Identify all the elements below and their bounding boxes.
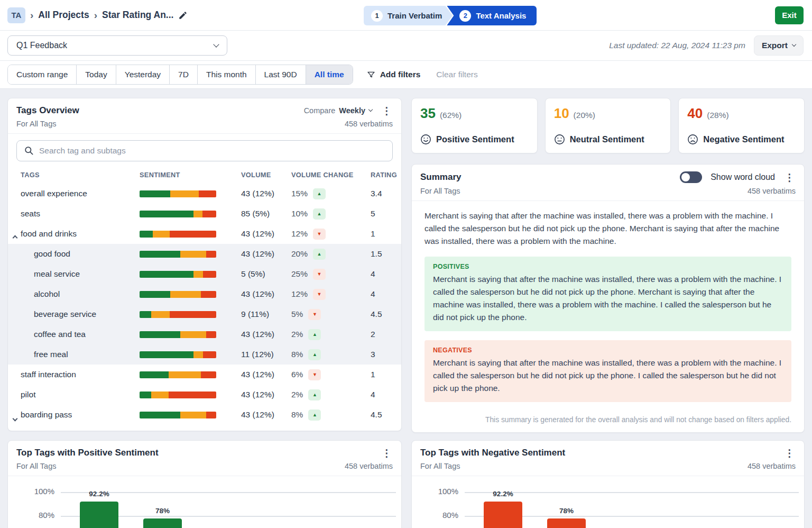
volume-value: 43 (12%): [241, 229, 291, 239]
rating-value: 3.4: [371, 189, 395, 198]
search-input[interactable]: [16, 140, 393, 161]
verbatim-count: 458 verbatims: [748, 187, 796, 195]
trend-up-icon: ▲: [308, 329, 321, 340]
sentiment-bar: [140, 271, 216, 278]
table-row-meal-service[interactable]: meal service5 (5%)25%▼4: [8, 264, 401, 284]
table-row-boarding-pass[interactable]: boarding pass43 (12%)8%▲4.5: [8, 405, 401, 425]
volume-change-value: 10%: [291, 209, 308, 219]
sentiment-bar: [140, 412, 216, 418]
trend-up-icon: ▲: [313, 249, 326, 260]
sentiment-card-label: Negative Sentiment: [703, 134, 784, 144]
rating-value: 1.5: [371, 249, 395, 259]
column-header-sentiment: SENTIMENT: [140, 171, 241, 179]
table-row-good-food[interactable]: good food43 (12%)20%▲1.5: [8, 244, 401, 264]
table-row-pilot[interactable]: pilot43 (12%)2%▲4: [8, 385, 401, 405]
clear-filters-button[interactable]: Clear filters: [436, 70, 477, 79]
smile-icon: [420, 134, 431, 145]
trend-down-icon: ▼: [308, 369, 321, 380]
positive-segment: [140, 251, 180, 258]
table-row-food-and-drinks[interactable]: food and drinks43 (12%)12%▼1: [8, 224, 401, 244]
volume-value: 43 (12%): [241, 330, 291, 339]
app-logo[interactable]: TA: [7, 7, 25, 23]
search-icon: [24, 145, 34, 158]
kebab-menu-icon[interactable]: ⋮: [381, 106, 393, 116]
rating-value: 4: [371, 269, 395, 279]
sentiment-bar: [140, 251, 216, 258]
collapse-row-icon[interactable]: [13, 232, 17, 242]
y-axis-tick-label: 80%: [12, 511, 54, 520]
volume-change-value: 8%: [291, 410, 303, 420]
negative-segment: [206, 251, 216, 258]
rating-value: 2: [371, 330, 395, 339]
chart-panel-header: Top Tags with Positive Sentiment⋮For All…: [8, 441, 401, 476]
chart-title: Top Tags with Negative Sentiment: [420, 448, 565, 458]
tag-name: alcohol: [21, 289, 140, 299]
range-tab-today[interactable]: Today: [76, 65, 115, 84]
neutral-segment: [170, 291, 201, 298]
volume-change-value: 12%: [291, 229, 308, 239]
negatives-label: NEGATIVES: [433, 347, 783, 354]
sentiment-percentage: (28%): [707, 111, 728, 120]
table-row-staff-interaction[interactable]: staff interaction43 (12%)6%▼1: [8, 365, 401, 385]
volume-change: 5%▼: [291, 309, 371, 320]
exit-button[interactable]: Exit: [775, 6, 804, 24]
volume-change-value: 2%: [291, 330, 303, 339]
range-tab-last-90d[interactable]: Last 90D: [255, 65, 306, 84]
edit-title-icon[interactable]: [178, 11, 188, 20]
table-row-alcohol[interactable]: alcohol43 (12%)12%▼4: [8, 284, 401, 304]
neutral-segment: [170, 190, 199, 197]
negative-sentiment-chart-panel: Top Tags with Negative Sentiment⋮For All…: [411, 440, 805, 528]
chart-bar: [547, 518, 586, 528]
survey-selector[interactable]: Q1 Feedback: [7, 35, 227, 56]
step-number: 1: [371, 10, 383, 22]
tag-name: seats: [21, 209, 140, 219]
range-tab-all-time[interactable]: All time: [306, 65, 353, 84]
volume-change: 6%▼: [291, 369, 371, 380]
positive-segment: [140, 211, 193, 217]
word-cloud-toggle[interactable]: [680, 171, 702, 183]
neutral-face-icon: [554, 134, 565, 145]
column-header-volume-change: VOLUME CHANGE: [291, 171, 371, 179]
negative-segment: [199, 190, 216, 197]
sentiment-bar: [140, 392, 216, 398]
table-row-seats[interactable]: seats85 (5%)10%▲5: [8, 204, 401, 224]
kebab-menu-icon[interactable]: ⋮: [783, 172, 796, 183]
positive-segment: [140, 331, 180, 338]
export-button[interactable]: Export: [754, 35, 804, 56]
range-tab-7d[interactable]: 7D: [169, 65, 197, 84]
add-filters-button[interactable]: Add filters: [367, 70, 421, 79]
step-train-verbatim[interactable]: 1 Train Verbatim: [364, 6, 453, 25]
table-row-free-meal[interactable]: free meal11 (12%)8%▲3: [8, 344, 401, 365]
table-row-coffee-and-tea[interactable]: coffee and tea43 (12%)2%▲2: [8, 324, 401, 344]
volume-value: 9 (11%): [241, 309, 291, 319]
add-filters-label: Add filters: [380, 70, 421, 79]
volume-change: 2%▲: [291, 389, 371, 400]
compare-dropdown[interactable]: Compare Weekly: [304, 106, 372, 115]
range-tab-yesterday[interactable]: Yesterday: [116, 65, 169, 84]
volume-change-value: 25%: [291, 269, 308, 279]
positives-block: POSITIVES Merchant is saying that after …: [425, 257, 791, 331]
volume-value: 43 (12%): [241, 370, 291, 379]
tag-name: good food: [21, 249, 140, 259]
negative-segment: [170, 231, 216, 238]
volume-change: 20%▲: [291, 249, 371, 260]
expand-row-icon[interactable]: [13, 413, 17, 423]
rating-value: 1: [371, 370, 395, 379]
kebab-menu-icon[interactable]: ⋮: [783, 448, 796, 458]
tags-overview-scope: For All Tags: [16, 120, 57, 128]
volume-change-value: 5%: [291, 309, 303, 319]
kebab-menu-icon[interactable]: ⋮: [381, 448, 393, 458]
table-row-overall-experience[interactable]: overall experience43 (12%)15%▲3.4: [8, 184, 401, 204]
step-text-analysis[interactable]: 2 Text Analysis: [447, 6, 537, 25]
positives-text: Merchant is saying that after the machin…: [433, 273, 783, 324]
range-tab-custom-range[interactable]: Custom range: [8, 65, 76, 84]
neutral-segment: [193, 271, 204, 278]
table-row-beverage-service[interactable]: beverage service9 (11%)5%▼4.5: [8, 304, 401, 324]
rating-value: 4.5: [371, 309, 395, 319]
range-tab-this-month[interactable]: This month: [197, 65, 255, 84]
volume-value: 43 (12%): [241, 410, 291, 420]
sentiment-card-label: Positive Sentiment: [436, 134, 514, 144]
breadcrumb-all-projects[interactable]: All Projects: [38, 10, 89, 21]
negative-sentiment-card: 40(28%)Negative Sentiment: [678, 98, 805, 153]
chart-scope: For All Tags: [16, 462, 57, 470]
